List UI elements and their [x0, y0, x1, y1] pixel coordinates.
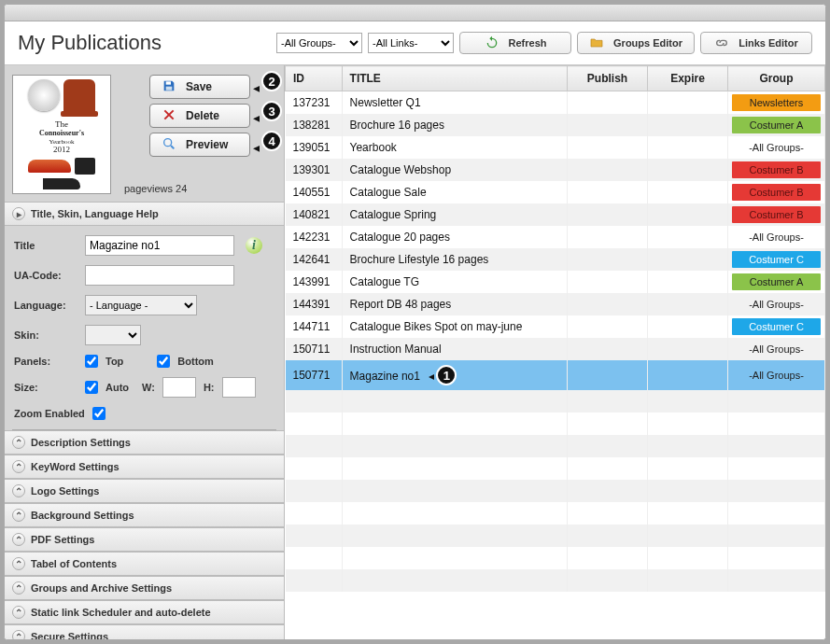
- thumb-bag-graphic: [75, 158, 95, 175]
- col-publish[interactable]: Publish: [568, 66, 648, 91]
- thumb-car-graphic: [28, 160, 71, 173]
- section-secure-settings[interactable]: ⌃Secure Settings: [5, 624, 284, 639]
- groups-editor-button[interactable]: Groups Editor: [577, 32, 695, 54]
- cell-title: Catalogue Sale: [342, 181, 567, 203]
- thumb-shoe-graphic: [43, 178, 80, 189]
- table-row-empty: [286, 569, 825, 592]
- table-row[interactable]: 138281Brochure 16 pagesCostumer A: [286, 114, 825, 136]
- col-expire[interactable]: Expire: [648, 66, 728, 91]
- cell-title: Catalogue Spring: [342, 203, 567, 226]
- table-row[interactable]: 143991Catalogue TGCostumer A: [286, 271, 825, 293]
- cell-group: Costumer B: [728, 181, 825, 203]
- size-h-label: H:: [204, 382, 215, 393]
- svg-rect-0: [166, 81, 171, 84]
- table-row-empty: [286, 413, 825, 435]
- table-row[interactable]: 137231Newsletter Q1Newsletters: [286, 91, 825, 115]
- section-background-settings[interactable]: ⌃Background Settings: [5, 503, 284, 527]
- section-description-settings[interactable]: ⌃Description Settings: [5, 430, 284, 455]
- table-row[interactable]: 144391Report DB 48 pages-All Groups-: [286, 293, 825, 315]
- table-row[interactable]: 139301Catalogue WebshopCostumer B: [286, 159, 825, 181]
- cell-publish: [568, 293, 648, 315]
- col-title[interactable]: TITLE: [342, 66, 567, 91]
- window-titlebar: [5, 5, 825, 21]
- zoom-enabled-checkbox[interactable]: [92, 407, 106, 420]
- language-select[interactable]: - Language -: [85, 295, 197, 315]
- callout-3-arrow: ◂: [253, 110, 260, 125]
- cell-title: Catalogue 20 pages: [342, 226, 567, 248]
- links-editor-button[interactable]: Links Editor: [700, 32, 812, 54]
- table-row[interactable]: 150771Magazine no1 ◂1-All Groups-: [286, 360, 825, 390]
- sidebar: TheConnoisseur'sYearbook2012 Save: [5, 65, 285, 639]
- groups-select[interactable]: -All Groups-: [276, 33, 362, 53]
- panels-top-checkbox[interactable]: [85, 355, 98, 368]
- skin-select[interactable]: [85, 325, 141, 345]
- cell-expire: [648, 293, 728, 315]
- col-group[interactable]: Group: [728, 66, 825, 91]
- cell-id: 150711: [286, 338, 343, 360]
- preview-icon: [162, 136, 176, 154]
- preview-button[interactable]: Preview: [149, 133, 250, 157]
- links-select[interactable]: -All Links-: [368, 33, 454, 53]
- section-label: Groups and Archive Settings: [31, 582, 172, 594]
- delete-button[interactable]: Delete: [149, 104, 250, 128]
- refresh-button[interactable]: Refresh: [459, 32, 571, 54]
- cell-group: -All Groups-: [728, 293, 825, 315]
- table-row[interactable]: 140551Catalogue SaleCostumer B: [286, 181, 825, 203]
- size-auto-label: Auto: [106, 382, 129, 393]
- thumb-watch-graphic: [28, 79, 60, 111]
- expand-icon: ⌃: [12, 533, 25, 546]
- cell-title: Catalogue TG: [342, 271, 567, 293]
- size-w-label: W:: [142, 382, 155, 393]
- cell-publish: [568, 315, 648, 338]
- cell-publish: [568, 136, 648, 159]
- cell-id: 137231: [286, 91, 343, 115]
- cell-group: Newsletters: [728, 91, 825, 115]
- language-label: Language:: [14, 300, 79, 311]
- cell-id: 138281: [286, 114, 343, 136]
- cell-group: Costumer A: [728, 271, 825, 293]
- size-h-input[interactable]: [222, 377, 256, 398]
- table-row[interactable]: 139051Yearbook-All Groups-: [286, 136, 825, 159]
- cell-group: Costumer B: [728, 203, 825, 226]
- expand-icon: ▸: [12, 207, 25, 220]
- cell-expire: [648, 114, 728, 136]
- section-logo-settings[interactable]: ⌃Logo Settings: [5, 479, 284, 503]
- header-bar: My Publications -All Groups- -All Links-…: [5, 21, 825, 65]
- svg-point-2: [164, 138, 172, 146]
- section-keyword-settings[interactable]: ⌃KeyWord Settings: [5, 455, 284, 479]
- title-input[interactable]: [85, 235, 234, 256]
- table-row[interactable]: 150711Instruction Manual-All Groups-: [286, 338, 825, 360]
- folder-icon: [589, 35, 604, 50]
- section-title-skin-language[interactable]: ▸ Title, Skin, Language Help: [5, 202, 284, 226]
- expand-icon: ⌃: [12, 606, 25, 619]
- title-label: Title: [14, 240, 79, 251]
- section-pdf-settings[interactable]: ⌃PDF Settings: [5, 527, 284, 552]
- section-groups-and-archive-settings[interactable]: ⌃Groups and Archive Settings: [5, 576, 284, 600]
- cell-expire: [648, 360, 728, 390]
- save-button[interactable]: Save: [149, 75, 250, 99]
- table-row[interactable]: 140821Catalogue SpringCostumer B: [286, 203, 825, 226]
- panel-title-skin-language: Title i UA-Code: Language: - Language - …: [5, 226, 284, 426]
- size-w-input[interactable]: [162, 377, 196, 398]
- callout-4: 4: [261, 131, 282, 151]
- table-row[interactable]: 144711Catalogue Bikes Spot on may-juneCo…: [286, 315, 825, 338]
- section-label: Logo Settings: [31, 485, 99, 497]
- size-auto-checkbox[interactable]: [85, 381, 98, 394]
- ua-code-input[interactable]: [85, 265, 234, 286]
- cell-id: 144711: [286, 315, 343, 338]
- table-row-empty: [286, 390, 825, 413]
- panels-bottom-checkbox[interactable]: [157, 355, 170, 368]
- callout-2-arrow: ◂: [253, 80, 260, 95]
- section-static-link-scheduler-and-auto-delete[interactable]: ⌃Static link Scheduler and auto-delete: [5, 600, 284, 624]
- section-tabel-of-contents[interactable]: ⌃Tabel of Contents: [5, 552, 284, 576]
- table-row[interactable]: 142641Brochure Lifestyle 16 pagesCostume…: [286, 248, 825, 271]
- zoom-enabled-label: Zoom Enabled: [14, 408, 85, 419]
- callout-1: 1: [436, 365, 457, 385]
- table-row[interactable]: 142231Catalogue 20 pages-All Groups-: [286, 226, 825, 248]
- thumb-chair-graphic: [63, 79, 95, 117]
- col-id[interactable]: ID: [286, 66, 343, 91]
- info-icon[interactable]: i: [246, 237, 262, 254]
- link-icon: [714, 35, 729, 50]
- cell-group: -All Groups-: [728, 136, 825, 159]
- size-label: Size:: [14, 382, 79, 393]
